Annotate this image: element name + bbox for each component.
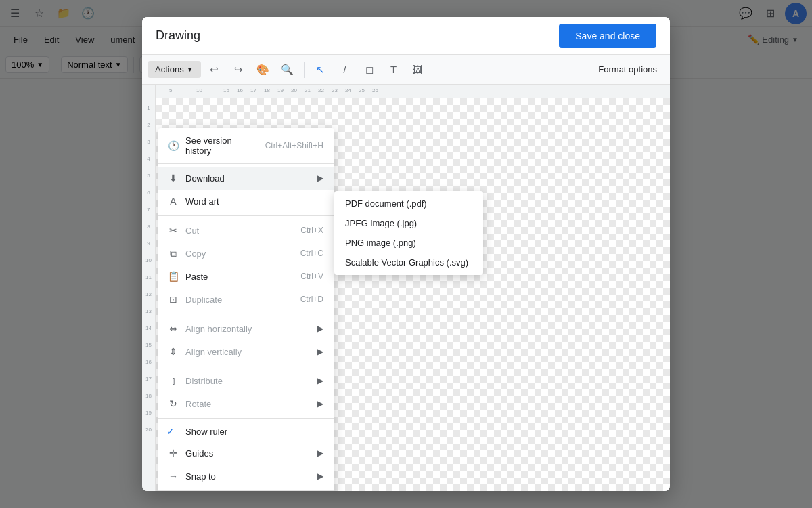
cut-icon: ✂: [166, 224, 180, 237]
ctx-download[interactable]: ⬇ Download ▶ PDF document (.pdf) JPEG im…: [158, 167, 334, 190]
canvas-area: 1 2 3 4 5 6 7 8 9 10 11 12 13 14 15 16 1: [142, 85, 670, 491]
distribute-icon: ⫿: [166, 374, 180, 387]
ctx-version-history[interactable]: 🕐 See version history Ctrl+Alt+Shift+H: [158, 131, 334, 161]
align-v-arrow-icon: ▶: [317, 347, 323, 356]
guides-arrow-icon: ▶: [317, 448, 323, 458]
ctx-duplicate[interactable]: ⊡ Duplicate Ctrl+D: [158, 288, 334, 311]
sub-png[interactable]: PNG image (.png): [334, 233, 483, 253]
ruler-top-container: 5 10 15 16 17 18 19 20 21 22 23 24 25 26: [156, 85, 670, 491]
ctx-copy[interactable]: ⧉ Copy Ctrl+C: [158, 242, 334, 265]
align-h-arrow-icon: ▶: [317, 324, 323, 333]
line-tool[interactable]: /: [334, 59, 356, 81]
drawing-canvas[interactable]: 🕐 See version history Ctrl+Alt+Shift+H ⬇…: [156, 98, 670, 491]
rotate-arrow-icon: ▶: [317, 399, 323, 408]
snap-arrow-icon: ▶: [317, 471, 323, 481]
divider-1: [158, 163, 334, 164]
download-icon: ⬇: [166, 171, 180, 185]
modal-title: Drawing: [156, 28, 559, 43]
ctx-snap-to[interactable]: → Snap to ▶: [158, 465, 334, 488]
zoom-button[interactable]: 🔍: [277, 59, 298, 81]
ctx-show-ruler[interactable]: ✓ Show ruler: [158, 421, 334, 442]
duplicate-icon: ⊡: [166, 293, 180, 306]
ctx-rotate[interactable]: ↻ Rotate ▶: [158, 392, 334, 415]
toolbar-sep: [304, 62, 304, 78]
divider-4: [158, 366, 334, 366]
actions-arrow: ▼: [187, 66, 194, 73]
ctx-guides[interactable]: ✛ Guides ▶: [158, 442, 334, 465]
image-tool[interactable]: 🖼: [407, 59, 429, 81]
modal-overlay: Drawing Save and close Actions ▼ ↩ ↪ 🎨 🔍…: [0, 0, 812, 508]
divider-3: [158, 314, 334, 314]
rotate-icon: ↻: [166, 397, 180, 410]
guides-icon: ✛: [166, 446, 180, 460]
download-arrow-icon: ▶: [317, 173, 323, 183]
ruler-left: 1 2 3 4 5 6 7 8 9 10 11 12 13 14 15 16 1: [142, 85, 156, 491]
select-tool[interactable]: ↖: [310, 59, 332, 81]
align-v-icon: ⇕: [166, 345, 180, 358]
redo-button[interactable]: ↪: [228, 59, 250, 81]
download-submenu: PDF document (.pdf) JPEG image (.jpg) PN…: [334, 191, 483, 275]
sub-pdf[interactable]: PDF document (.pdf): [334, 194, 483, 213]
align-h-icon: ⇔: [166, 322, 180, 335]
sub-jpeg[interactable]: JPEG image (.jpg): [334, 213, 483, 233]
distribute-arrow-icon: ▶: [317, 376, 323, 385]
actions-menu-button[interactable]: Actions ▼: [148, 61, 201, 78]
format-options-button[interactable]: Format options: [591, 61, 664, 78]
ctx-distribute[interactable]: ⫿ Distribute ▶: [158, 369, 334, 392]
ctx-align-v[interactable]: ⇕ Align vertically ▶: [158, 340, 334, 363]
check-icon: ✓: [166, 426, 180, 437]
ctx-paste[interactable]: 📋 Paste Ctrl+V: [158, 265, 334, 288]
text-tool[interactable]: T: [383, 59, 405, 81]
sub-svg[interactable]: Scalable Vector Graphics (.svg): [334, 253, 483, 272]
ctx-word-art[interactable]: A Word art: [158, 190, 334, 213]
divider-6: [158, 490, 334, 491]
ctx-align-h[interactable]: ⇔ Align horizontally ▶: [158, 317, 334, 340]
ctx-cut[interactable]: ✂ Cut Ctrl+X: [158, 219, 334, 242]
save-close-button[interactable]: Save and close: [559, 24, 656, 48]
modal-header: Drawing Save and close: [142, 17, 670, 55]
context-menu: 🕐 See version history Ctrl+Alt+Shift+H ⬇…: [158, 128, 334, 491]
divider-5: [158, 418, 334, 419]
paste-icon: 📋: [166, 270, 180, 283]
ruler-top: 5 10 15 16 17 18 19 20 21 22 23 24 25 26: [156, 85, 670, 98]
divider-2: [158, 215, 334, 216]
snap-icon: →: [166, 469, 180, 483]
shape-tool[interactable]: ◻: [359, 59, 380, 81]
copy-icon: ⧉: [166, 247, 180, 260]
undo-button[interactable]: ↩: [204, 59, 225, 81]
drawing-modal: Drawing Save and close Actions ▼ ↩ ↪ 🎨 🔍…: [142, 17, 670, 491]
drawing-toolbar: Actions ▼ ↩ ↪ 🎨 🔍 ↖ / ◻ T 🖼 Format optio…: [142, 55, 670, 85]
paint-format-button[interactable]: 🎨: [252, 59, 274, 81]
text-art-icon: A: [166, 194, 180, 208]
clock-icon: 🕐: [166, 139, 180, 152]
